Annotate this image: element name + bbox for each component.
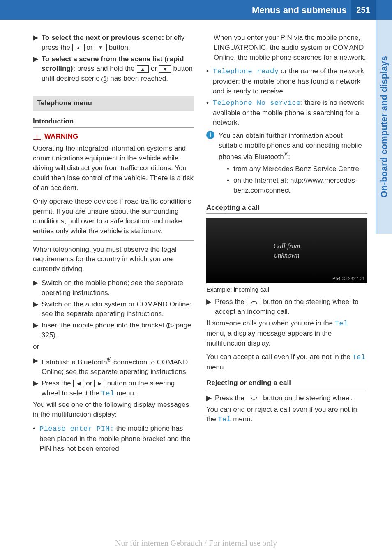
bullet-item: • Telephone No service: there is no netw… <box>206 98 367 128</box>
sub-bullet-item: • on the Internet at: http://www.mercede… <box>227 176 367 195</box>
subheading: Accepting a call <box>206 203 367 214</box>
info-text: : <box>288 153 290 160</box>
registered-icon: ® <box>284 151 288 158</box>
display-code: Tel <box>218 415 231 423</box>
body-paragraph: If someone calls you when you are in the… <box>206 318 367 348</box>
instruction-text: Insert the mobile phone into the bracket… <box>42 321 168 329</box>
display-code: Please enter PIN: <box>39 425 114 433</box>
info-icon: i <box>206 131 214 139</box>
instruction-text: or <box>84 379 95 387</box>
sub-bullet-text: from any Mercedes Benz Service Centre <box>233 164 359 174</box>
instruction-text: Press the <box>42 379 73 387</box>
display-code: Telephone ready <box>213 67 279 75</box>
instruction-text: or <box>149 65 159 72</box>
body-paragraph: When you enter your PIN via the mobile p… <box>214 33 367 62</box>
left-button-icon: ◀ <box>73 380 84 387</box>
right-button-icon: ▶ <box>94 380 105 387</box>
bullet-item: • Please enter PIN: the mobile phone has… <box>33 424 194 453</box>
instruction-row: ▶ To select a scene from the scene list … <box>33 54 194 84</box>
bullet-icon: • <box>33 424 35 453</box>
sub-bullet-text: on the Internet at: http://www.mercedes-… <box>233 176 367 195</box>
triangle-marker-icon: ▶ <box>33 33 38 53</box>
content-area: ▶ To select the next or previous scene: … <box>33 33 367 532</box>
warning-paragraph: Operating the integrated information sys… <box>33 144 194 193</box>
side-tab: On-board computer and displays <box>376 20 392 234</box>
footer-watermark: Nur für internen Gebrauch / For internal… <box>0 537 392 549</box>
body-paragraph: You can end or reject a call even if you… <box>206 405 367 425</box>
warning-label: WARNING <box>44 132 78 142</box>
instruction-text: Press the <box>215 394 247 402</box>
side-tab-label: On-board computer and displays <box>378 56 391 198</box>
instruction-text: Press the <box>215 298 247 306</box>
subheading: Rejecting or ending a call <box>206 378 367 389</box>
instruction-text: Establish a Bluetooth <box>42 358 107 366</box>
bullet-icon: • <box>206 98 209 128</box>
instruction-row: ▶ Press the button on the steering wheel… <box>206 297 367 317</box>
down-button-icon: ▼ <box>159 65 171 73</box>
sub-bullet-item: • from any Mercedes Benz Service Centre <box>227 164 367 174</box>
display-code: Tel <box>101 390 115 397</box>
instruction-row: ▶ Establish a Bluetooth® connection to C… <box>33 356 194 377</box>
body-paragraph: When telephoning, you must observe the l… <box>33 245 194 274</box>
info-block: i You can obtain further information abo… <box>206 131 367 197</box>
instruction-text: press and hold the <box>75 65 136 72</box>
bullet-item: • Telephone ready or the name of the net… <box>206 66 367 96</box>
or-separator: or <box>33 342 194 352</box>
instruction-text: button. <box>107 44 130 51</box>
info-text: You can obtain further information about… <box>219 132 362 160</box>
triangle-marker-icon: ▶ <box>33 278 38 298</box>
instruction-text: or <box>85 44 95 51</box>
instruction-row: ▶ Insert the mobile phone into the brack… <box>33 320 194 340</box>
instruction-row: ▶ Switch on the mobile phone; see the se… <box>33 278 194 298</box>
image-reference-code: P54.33-2427-31 <box>332 276 365 282</box>
instruction-text: menu. <box>115 389 136 397</box>
bullet-icon: • <box>206 66 209 96</box>
warning-icon: ! <box>33 132 41 140</box>
bullet-icon: • <box>227 164 229 174</box>
instruction-text: Switch on the audio system or COMAND Onl… <box>42 299 194 319</box>
page-ref-icon: ▷ <box>168 321 174 329</box>
display-text-line: Call from <box>273 241 300 251</box>
subheading: Introduction <box>33 116 194 128</box>
section-heading: Telephone menu <box>33 96 194 111</box>
down-button-icon: ▼ <box>95 44 107 51</box>
page-number: 251 <box>351 0 376 20</box>
accept-call-button-icon <box>247 299 261 306</box>
instruction-text: has been reached. <box>108 74 168 82</box>
triangle-marker-icon: ▶ <box>206 393 212 403</box>
instruction-row: ▶ Press the ◀ or ▶ button on the steerin… <box>33 378 194 399</box>
registered-icon: ® <box>107 356 111 363</box>
warning-paragraph: Only operate these devices if road traff… <box>33 197 194 240</box>
bullet-icon: • <box>227 176 229 195</box>
body-paragraph: You will see one of the following displa… <box>33 400 194 420</box>
triangle-marker-icon: ▶ <box>33 378 38 399</box>
instruction-bold: To select the next or previous scene: <box>42 34 164 42</box>
triangle-marker-icon: ▶ <box>33 299 38 319</box>
end-call-button-icon <box>247 395 261 402</box>
warning-header: ! WARNING <box>33 132 194 142</box>
up-button-icon: ▲ <box>137 65 149 73</box>
up-button-icon: ▲ <box>72 44 85 51</box>
image-caption: Example: incoming call <box>206 285 367 294</box>
instruction-row: ▶ Press the button on the steering wheel… <box>206 393 367 403</box>
display-text-line: unknown <box>274 251 299 260</box>
circled-number-icon: 1 <box>101 76 108 83</box>
right-column: When you enter your PIN via the mobile p… <box>206 33 367 532</box>
triangle-marker-icon: ▶ <box>33 320 38 340</box>
instruction-text: button on the steering wheel. <box>261 394 353 402</box>
display-code: Tel <box>335 320 348 327</box>
body-paragraph: You can accept a call even if you are no… <box>206 352 367 372</box>
display-code: Telephone No service <box>213 99 301 107</box>
instruction-row: ▶ To select the next or previous scene: … <box>33 33 194 53</box>
instruction-row: ▶ Switch on the audio system or COMAND O… <box>33 299 194 319</box>
triangle-marker-icon: ▶ <box>33 356 38 377</box>
left-column: ▶ To select the next or previous scene: … <box>33 33 194 532</box>
multifunction-display-illustration: Call from unknown P54.33-2427-31 <box>206 218 367 283</box>
instruction-text: Switch on the mobile phone; see the sepa… <box>42 278 194 298</box>
header-bar: Menus and submenus 251 <box>0 0 392 20</box>
triangle-marker-icon: ▶ <box>206 297 212 317</box>
display-code: Tel <box>353 353 366 361</box>
triangle-marker-icon: ▶ <box>33 54 38 84</box>
header-title: Menus and submenus <box>252 4 347 17</box>
